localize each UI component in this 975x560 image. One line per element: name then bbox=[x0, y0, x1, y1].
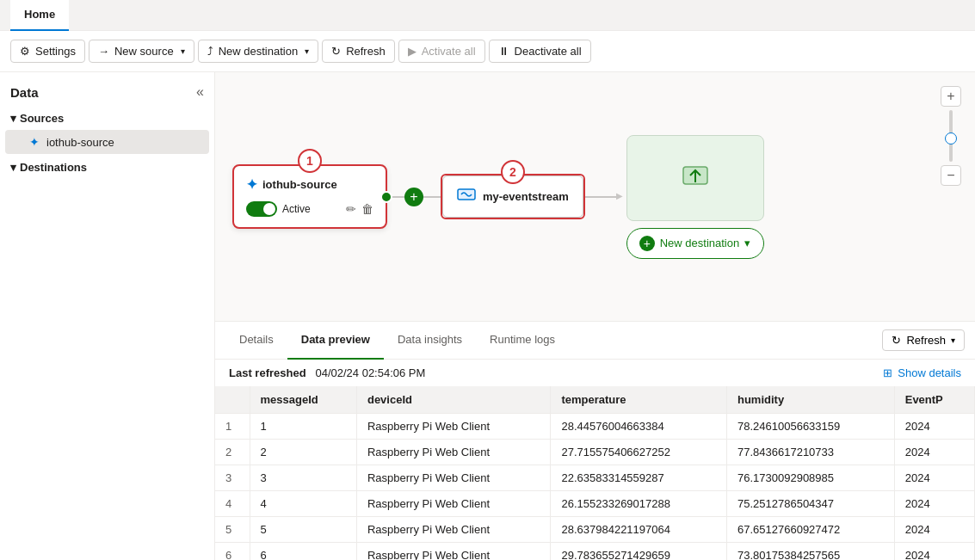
cell-humidity: 77.8436617210733 bbox=[726, 440, 894, 465]
cell-deviceid: Raspberry Pi Web Client bbox=[356, 517, 551, 543]
activate-all-button[interactable]: ▶ Activate all bbox=[398, 40, 485, 63]
arrow-connector-2 bbox=[585, 196, 620, 198]
cell-deviceid: Raspberry Pi Web Client bbox=[356, 414, 551, 440]
chevron-down-icon-dest: ▾ bbox=[305, 46, 309, 56]
new-dest-chevron-icon: ▾ bbox=[744, 237, 750, 249]
sources-label: Sources bbox=[20, 112, 64, 125]
sources-section-header[interactable]: ▾ Sources bbox=[0, 108, 214, 128]
col-messageid: messageId bbox=[250, 386, 356, 414]
row-num: 6 bbox=[215, 543, 250, 561]
destination-placeholder-icon bbox=[680, 160, 711, 196]
source-node-footer: Active ✏ 🗑 bbox=[246, 201, 373, 217]
step2-box: 2 my-eventstream bbox=[441, 174, 585, 219]
tab-details[interactable]: Details bbox=[225, 322, 287, 360]
table-row: 1 1 Raspberry Pi Web Client 28.445760046… bbox=[215, 414, 975, 440]
canvas-area: 1 ✦ iothub-source Active bbox=[215, 72, 975, 560]
cell-temperature: 26.155233269017288 bbox=[551, 491, 727, 517]
main-layout: Data « ▾ Sources ✦ iothub-source ▾ Desti… bbox=[0, 72, 975, 560]
connector-dot bbox=[380, 191, 392, 203]
eventstream-icon bbox=[457, 185, 476, 208]
cell-event: 2024 bbox=[894, 517, 974, 543]
chevron-down-sources-icon: ▾ bbox=[10, 112, 16, 125]
edit-source-button[interactable]: ✏ bbox=[346, 202, 356, 216]
new-destination-icon: ⤴ bbox=[207, 45, 213, 58]
flow-nodes: 1 ✦ iothub-source Active bbox=[215, 72, 975, 321]
col-temperature: temperature bbox=[551, 386, 727, 414]
cell-temperature: 27.715575406627252 bbox=[551, 440, 727, 465]
source-node[interactable]: ✦ iothub-source Active ✏ bbox=[232, 164, 387, 229]
source-node-wrapper: 1 ✦ iothub-source Active bbox=[232, 164, 387, 229]
panel-refresh-button[interactable]: ↻ Refresh ▾ bbox=[882, 329, 965, 351]
cell-messageid: 6 bbox=[250, 543, 356, 561]
row-num: 5 bbox=[215, 517, 250, 543]
zoom-controls: + − bbox=[941, 86, 961, 186]
sidebar-collapse-button[interactable]: « bbox=[196, 84, 204, 100]
sidebar: Data « ▾ Sources ✦ iothub-source ▾ Desti… bbox=[0, 72, 215, 560]
zoom-thumb bbox=[945, 132, 957, 145]
toggle-thumb bbox=[263, 203, 275, 215]
flow-canvas: 1 ✦ iothub-source Active bbox=[215, 72, 975, 322]
zoom-in-button[interactable]: + bbox=[941, 86, 961, 107]
tab-runtime-logs[interactable]: Runtime logs bbox=[476, 322, 569, 360]
cell-messageid: 3 bbox=[250, 465, 356, 491]
show-details-label: Show details bbox=[898, 366, 961, 379]
bottom-panel: Details Data preview Data insights Runti… bbox=[215, 322, 975, 560]
new-destination-button[interactable]: ⤴ New destination ▾ bbox=[198, 40, 319, 63]
step2-badge: 2 bbox=[501, 160, 525, 184]
col-eventp: EventP bbox=[894, 386, 974, 414]
chevron-down-icon: ▾ bbox=[181, 46, 185, 56]
destinations-section-header[interactable]: ▾ Destinations bbox=[0, 157, 214, 177]
show-details-icon: ⊞ bbox=[883, 366, 892, 379]
cell-messageid: 5 bbox=[250, 517, 356, 543]
panel-refresh-label: Refresh bbox=[906, 334, 946, 347]
toolbar: ⚙ Settings → New source ▾ ⤴ New destinat… bbox=[0, 31, 975, 72]
cell-temperature: 29.783655271429659 bbox=[551, 543, 727, 561]
eventstream-node-wrapper: 2 my-eventstream bbox=[441, 174, 585, 219]
source-item-label: iothub-source bbox=[46, 136, 114, 149]
source-node-name: iothub-source bbox=[262, 178, 337, 191]
arrow-connector-1: + bbox=[387, 188, 441, 206]
toggle-track bbox=[246, 201, 277, 217]
row-num: 1 bbox=[215, 414, 250, 440]
cell-deviceid: Raspberry Pi Web Client bbox=[356, 491, 551, 517]
sidebar-item-iothub[interactable]: ✦ iothub-source bbox=[5, 130, 209, 154]
cell-humidity: 67.65127660927472 bbox=[726, 517, 894, 543]
new-dest-plus-icon: + bbox=[639, 236, 655, 251]
tab-bar: Home bbox=[0, 0, 975, 31]
source-toggle[interactable]: Active bbox=[246, 201, 311, 217]
settings-button[interactable]: ⚙ Settings bbox=[10, 40, 85, 63]
zoom-slider[interactable] bbox=[949, 110, 953, 162]
last-refreshed-text: Last refreshed 04/02/24 02:54:06 PM bbox=[229, 366, 425, 379]
cell-event: 2024 bbox=[894, 440, 974, 465]
delete-source-button[interactable]: 🗑 bbox=[361, 202, 373, 216]
zoom-out-button[interactable]: − bbox=[941, 165, 961, 186]
panel-tabs-bar: Details Data preview Data insights Runti… bbox=[215, 322, 975, 360]
show-details-button[interactable]: ⊞ Show details bbox=[883, 366, 961, 379]
new-destination-canvas-button[interactable]: + New destination ▾ bbox=[626, 228, 764, 259]
last-refreshed-bar: Last refreshed 04/02/24 02:54:06 PM ⊞ Sh… bbox=[215, 360, 975, 386]
source-node-title: ✦ iothub-source bbox=[246, 176, 373, 193]
cell-deviceid: Raspberry Pi Web Client bbox=[356, 465, 551, 491]
add-connection-button[interactable]: + bbox=[404, 188, 423, 206]
cell-humidity: 76.1730092908985 bbox=[726, 465, 894, 491]
panel-refresh-chevron-icon: ▾ bbox=[951, 335, 955, 345]
deactivate-all-button[interactable]: ⏸ Deactivate all bbox=[489, 40, 591, 63]
destinations-label: Destinations bbox=[20, 161, 87, 174]
refresh-button[interactable]: ↻ Refresh bbox=[322, 40, 395, 63]
sidebar-header: Data « bbox=[0, 79, 214, 105]
tab-home[interactable]: Home bbox=[10, 0, 69, 31]
tab-data-preview[interactable]: Data preview bbox=[287, 322, 384, 360]
new-source-icon: → bbox=[98, 45, 109, 58]
refresh-icon: ↻ bbox=[331, 45, 341, 58]
step1-badge: 1 bbox=[298, 149, 322, 173]
cell-temperature: 28.44576004663384 bbox=[551, 414, 727, 440]
cell-event: 2024 bbox=[894, 465, 974, 491]
new-source-button[interactable]: → New source ▾ bbox=[89, 40, 194, 63]
destination-placeholder bbox=[626, 135, 764, 221]
tab-data-insights[interactable]: Data insights bbox=[384, 322, 476, 360]
col-deviceid: deviceId bbox=[356, 386, 551, 414]
cell-messageid: 4 bbox=[250, 491, 356, 517]
cell-deviceid: Raspberry Pi Web Client bbox=[356, 543, 551, 561]
cell-temperature: 22.63583314559287 bbox=[551, 465, 727, 491]
data-preview-table: messageId deviceId temperature humidity … bbox=[215, 386, 975, 560]
